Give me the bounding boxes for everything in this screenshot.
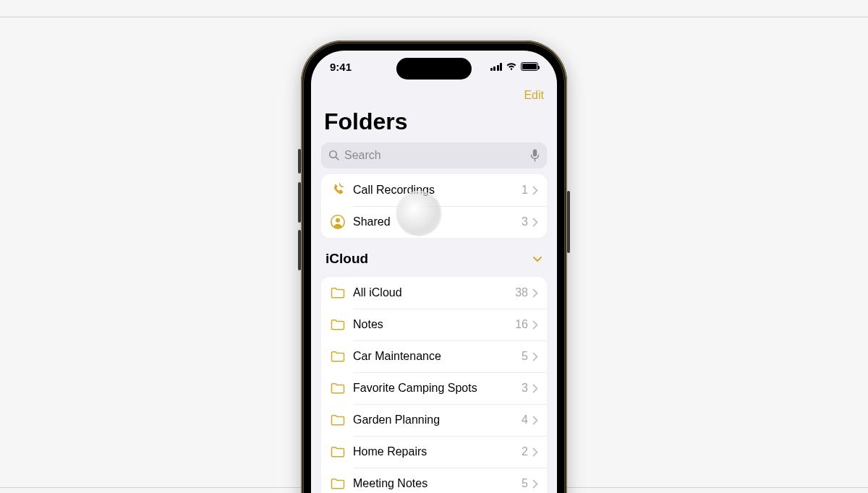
iphone-frame: 9:41 Edit Folders Search Call Recordings… (301, 40, 567, 493)
svg-rect-2 (533, 150, 537, 157)
folder-count: 1 (522, 184, 528, 197)
folder-garden-planning[interactable]: Garden Planning 4 (321, 404, 547, 436)
folder-label: Car Maintenance (353, 350, 522, 363)
icloud-folder-group: All iCloud 38 Notes 16 Car Maintenance 5… (321, 277, 547, 493)
chevron-down-icon (532, 256, 542, 262)
folder-icon (330, 444, 346, 460)
chevron-right-icon (532, 218, 538, 227)
folder-label: Notes (353, 318, 515, 331)
folder-label: Favorite Camping Spots (353, 382, 522, 395)
folder-count: 5 (522, 477, 528, 490)
chevron-right-icon (532, 416, 538, 425)
folder-all-icloud[interactable]: All iCloud 38 (321, 277, 547, 309)
cellular-icon (490, 63, 503, 71)
folder-icon (330, 380, 346, 396)
wifi-icon (506, 62, 517, 71)
folder-icon (330, 348, 346, 364)
folder-car-maintenance[interactable]: Car Maintenance 5 (321, 340, 547, 372)
svg-point-5 (336, 218, 340, 223)
folder-notes[interactable]: Notes 16 (321, 309, 547, 340)
search-field[interactable]: Search (321, 142, 547, 168)
folder-meeting-notes[interactable]: Meeting Notes 5 (321, 468, 547, 493)
folder-count: 2 (522, 445, 528, 458)
chevron-right-icon (532, 447, 538, 457)
chevron-right-icon (532, 186, 538, 195)
folder-label: Garden Planning (353, 413, 522, 426)
mic-icon[interactable] (530, 149, 540, 162)
folder-call-recordings[interactable]: Call Recordings 1 (321, 174, 547, 206)
page-divider-top (0, 17, 868, 17)
edit-button[interactable]: Edit (524, 89, 544, 102)
chevron-right-icon (532, 384, 538, 393)
folder-label: Call Recordings (353, 184, 522, 197)
screen: 9:41 Edit Folders Search Call Recordings… (311, 51, 557, 493)
folder-label: All iCloud (353, 286, 515, 299)
folder-count: 5 (522, 350, 528, 363)
folder-favorite-camping-spots[interactable]: Favorite Camping Spots 3 (321, 372, 547, 404)
dynamic-island (396, 58, 472, 80)
folder-label: Meeting Notes (353, 477, 522, 490)
folder-count: 3 (522, 382, 528, 395)
status-right (490, 62, 539, 71)
action-button (298, 149, 301, 173)
search-placeholder: Search (344, 149, 381, 162)
folder-icon (330, 317, 346, 333)
status-time: 9:41 (330, 61, 352, 73)
chevron-right-icon (532, 479, 538, 489)
folder-home-repairs[interactable]: Home Repairs 2 (321, 436, 547, 468)
folder-icon (330, 476, 346, 492)
section-title: iCloud (326, 251, 368, 267)
phone-icon (330, 182, 346, 198)
folder-count: 4 (522, 413, 528, 426)
person-circle-icon (330, 214, 346, 230)
folder-label: Shared (353, 215, 522, 228)
icloud-section-header[interactable]: iCloud (311, 238, 557, 271)
folder-icon (330, 412, 346, 428)
folder-count: 3 (522, 215, 528, 228)
folder-count: 16 (515, 318, 528, 331)
folder-label: Home Repairs (353, 445, 522, 458)
nav-bar: Edit (311, 82, 557, 108)
folder-count: 38 (515, 286, 528, 299)
power-button (567, 191, 570, 253)
top-folder-group: Call Recordings 1 Shared 3 (321, 174, 547, 238)
volume-up-button (298, 182, 301, 223)
folder-shared[interactable]: Shared 3 (321, 206, 547, 238)
page-title: Folders (311, 108, 557, 140)
svg-line-1 (336, 157, 339, 160)
folder-icon (330, 285, 346, 301)
search-icon (328, 150, 340, 161)
chevron-right-icon (532, 320, 538, 330)
volume-down-button (298, 230, 301, 270)
battery-icon (521, 62, 538, 71)
chevron-right-icon (532, 288, 538, 298)
chevron-right-icon (532, 352, 538, 361)
